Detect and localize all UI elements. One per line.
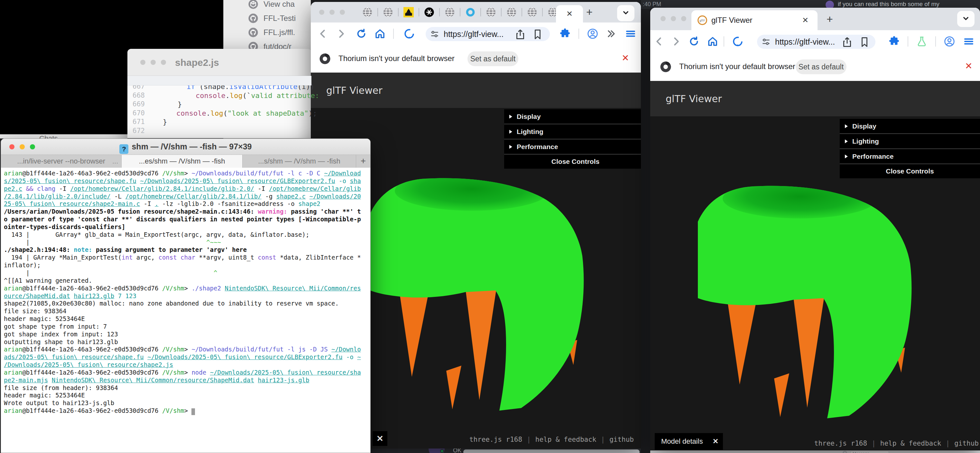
experiments-flask-icon[interactable] xyxy=(916,36,928,47)
zoom-window-button[interactable] xyxy=(161,60,166,65)
bookmark-icon[interactable] xyxy=(859,36,870,48)
close-controls-button[interactable]: Close Controls xyxy=(504,155,641,169)
controls-folder-performance[interactable]: Performance xyxy=(504,139,641,155)
back-button[interactable] xyxy=(654,36,665,47)
dat-gui-controls: DisplayLightingPerformanceClose Controls xyxy=(504,109,641,169)
globe-pinned-tab[interactable] xyxy=(362,7,372,17)
active-tab[interactable]: ✕ xyxy=(556,5,583,22)
forward-button[interactable] xyxy=(335,28,347,40)
controls-folder-lighting[interactable]: Lighting xyxy=(504,124,641,139)
terminal-line: file size (from header): 938364 xyxy=(4,384,369,392)
url-text[interactable]: https://gltf-view... xyxy=(775,37,835,47)
bluering-pinned-tab[interactable] xyxy=(465,7,476,17)
terminal-tab-2-active[interactable]: ...es/shm — /V/shm — -fish xyxy=(122,155,242,168)
mosque-pinned-tab[interactable] xyxy=(404,7,414,17)
address-bar[interactable]: https://gltf-view... xyxy=(426,27,550,41)
thorium-badge-icon[interactable] xyxy=(732,36,743,47)
close-tab-icon[interactable]: ✕ xyxy=(802,16,808,25)
profile-icon[interactable] xyxy=(587,28,598,40)
controls-folder-performance[interactable]: Performance xyxy=(840,149,980,164)
globe-pinned-tab[interactable] xyxy=(383,7,393,17)
terminal-line: shape2(71085,0x20e630c80) malloc: nano z… xyxy=(4,300,369,307)
thorium-badge-icon[interactable] xyxy=(404,28,415,40)
help-feedback-link[interactable]: help & feedback xyxy=(880,439,942,447)
new-tab-button[interactable]: + xyxy=(356,155,370,168)
browser-toolbar: https://gltf-view... xyxy=(650,30,980,53)
close-window-button[interactable] xyxy=(140,60,145,65)
close-window-button[interactable] xyxy=(319,10,324,15)
terminal-output[interactable]: arian@b1ff444e-1a26-46a3-96e2-e0d530d9cd… xyxy=(4,169,369,415)
openai-icon xyxy=(248,0,258,10)
bookmark-icon[interactable] xyxy=(532,29,543,40)
terminal-line: inflator); xyxy=(4,261,369,269)
terminal-tab-1[interactable]: ...in/live-server --no-browser ... xyxy=(1,155,122,168)
terminal-line: 194 | GArray *Main_ExportTest(int argc, … xyxy=(4,254,369,261)
zoom-window-button[interactable] xyxy=(340,10,345,15)
home-button[interactable] xyxy=(374,28,386,40)
github-link[interactable]: github xyxy=(954,439,979,447)
threejs-version-link[interactable]: three.js r168 xyxy=(469,436,522,443)
extensions-icon[interactable] xyxy=(559,28,571,40)
terminal-title-bar[interactable]: ?shm — /V/shm — -fish — 97×39 xyxy=(1,139,370,155)
extensions-icon[interactable] xyxy=(888,36,900,47)
set-as-default-button[interactable]: Set as default xyxy=(468,51,518,66)
globe-pinned-tab[interactable] xyxy=(445,7,455,17)
plus-icon[interactable]: + xyxy=(843,451,847,453)
terminal-tab-3[interactable]: ...s/shm — /V/shm — -fish xyxy=(243,155,356,168)
terminal-line: o parameter of type 'const char **' disc… xyxy=(4,215,369,223)
minimize-window-button[interactable] xyxy=(671,16,676,21)
active-tab[interactable]: glTF glTF Viewer ✕ xyxy=(691,10,818,30)
discord-message-input[interactable]: Message xyxy=(850,451,889,453)
close-banner-icon[interactable]: ✕ xyxy=(965,61,972,71)
menu-icon[interactable] xyxy=(963,36,975,47)
reload-button[interactable] xyxy=(355,28,367,40)
viewer-canvas[interactable]: DisplayLightingPerformanceClose Controls… xyxy=(650,116,980,450)
terminal-cursor xyxy=(191,408,195,415)
terminal-line: arian@b1ff444e-1a26-46a3-96e2-e0d530d9cd… xyxy=(4,346,369,353)
home-button[interactable] xyxy=(707,36,718,47)
tab-search-button[interactable] xyxy=(617,5,635,21)
discord-message-input[interactable] xyxy=(463,450,640,453)
profile-icon[interactable] xyxy=(943,36,955,47)
chatgpt-pinned-tab[interactable] xyxy=(424,7,434,17)
controls-folder-lighting[interactable]: Lighting xyxy=(840,134,980,149)
close-tab-icon[interactable]: ✕ xyxy=(566,10,573,18)
github-link[interactable]: github xyxy=(609,436,634,443)
globe-pinned-tab[interactable] xyxy=(527,7,537,17)
site-settings-icon[interactable] xyxy=(430,29,440,39)
model-details-tab[interactable]: Model details✕ xyxy=(655,433,723,450)
tab-search-button[interactable] xyxy=(957,11,975,27)
close-window-button[interactable] xyxy=(660,16,666,21)
minimize-window-button[interactable] xyxy=(329,10,335,15)
close-panel-button[interactable]: ✕ xyxy=(372,431,387,446)
back-button[interactable] xyxy=(317,28,329,40)
close-controls-button[interactable]: Close Controls xyxy=(840,164,980,178)
gltf-viewer-header: glTF Viewer xyxy=(311,73,641,108)
discord-background-bottom-left: OK xyxy=(371,448,641,453)
threejs-version-link[interactable]: three.js r168 xyxy=(814,439,867,447)
close-icon[interactable]: ✕ xyxy=(713,437,718,445)
help-feedback-link[interactable]: help & feedback xyxy=(535,436,597,443)
editor-code-area[interactable]: 667if (shape.isValidAttribute(i))668cons… xyxy=(127,82,312,135)
overflow-toolbar-ic[interactable] xyxy=(606,28,617,40)
editor-title-bar[interactable]: shape2.js xyxy=(127,49,312,76)
globe-pinned-tab[interactable] xyxy=(506,7,517,17)
site-settings-icon[interactable] xyxy=(761,36,771,47)
share-icon[interactable] xyxy=(842,36,853,48)
editor-breadcrumb-bar xyxy=(127,76,312,86)
controls-folder-display[interactable]: Display xyxy=(504,109,641,124)
new-tab-button[interactable]: + xyxy=(586,6,593,18)
minimize-window-button[interactable] xyxy=(151,60,156,65)
globe-pinned-tab[interactable] xyxy=(486,7,496,17)
menu-icon[interactable] xyxy=(625,28,636,40)
set-as-default-button[interactable]: Set as default xyxy=(795,59,846,74)
address-bar[interactable]: https://gltf-view... xyxy=(757,35,875,49)
reload-button[interactable] xyxy=(688,36,700,47)
new-tab-button[interactable]: + xyxy=(827,13,833,25)
share-icon[interactable] xyxy=(514,29,526,40)
controls-folder-display[interactable]: Display xyxy=(840,119,980,134)
forward-button[interactable] xyxy=(670,36,682,47)
url-text[interactable]: https://gltf-view... xyxy=(444,30,504,39)
close-banner-icon[interactable]: ✕ xyxy=(622,53,629,63)
zoom-window-button[interactable] xyxy=(681,16,686,21)
